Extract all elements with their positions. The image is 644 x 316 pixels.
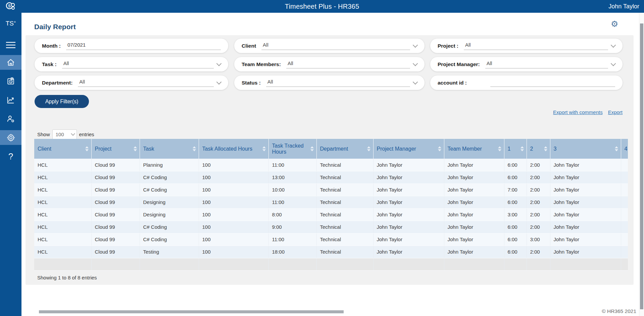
chevron-down-icon xyxy=(216,80,222,85)
user-menu[interactable]: John Taylor xyxy=(608,0,639,13)
cell-project-manager: John Taylor xyxy=(373,221,444,233)
cell-day-4 xyxy=(621,208,628,221)
month-input[interactable]: 07/2021 xyxy=(66,42,221,50)
status-select[interactable]: All xyxy=(266,79,410,87)
show-entries-row: Show 100 entries xyxy=(34,125,628,139)
app-title: Timesheet Plus - HR365 xyxy=(0,0,644,13)
column-header[interactable]: Team Member xyxy=(444,139,504,159)
column-header-label: Team Member xyxy=(448,146,482,152)
cell-task-tracked-hours: 11:00 xyxy=(268,159,316,171)
task-select[interactable]: All xyxy=(62,60,214,68)
sidebar-item-timesheet[interactable] xyxy=(0,74,21,89)
cell-day-4 xyxy=(621,183,628,196)
cell-day-3: John Taylor xyxy=(550,183,621,196)
column-header[interactable]: Project xyxy=(91,139,140,159)
sidebar-item-team[interactable] xyxy=(0,111,21,126)
team-members-select[interactable]: All xyxy=(286,60,410,68)
column-header[interactable]: Task Tracked Hours xyxy=(268,139,316,159)
sidebar-item-reports[interactable] xyxy=(0,93,21,107)
sort-arrows-icon xyxy=(498,146,501,151)
cell-team-member: John Taylor xyxy=(444,233,504,246)
page-settings-gear-icon[interactable]: ⚙ xyxy=(609,19,620,29)
cell-department: Technical xyxy=(316,183,373,196)
cell-project: Cloud 99 xyxy=(91,171,140,183)
table-row: HCL Cloud 99 C# Coding 100 10:00 Technic… xyxy=(34,183,628,196)
filter-card-client: Client All xyxy=(234,39,425,53)
cell-client: HCL xyxy=(34,196,91,208)
column-header[interactable]: 2 xyxy=(527,139,550,159)
cell-task: C# Coding xyxy=(140,233,199,246)
client-label: Client xyxy=(242,43,256,49)
column-header[interactable]: Department xyxy=(316,139,373,159)
cell-department: Technical xyxy=(316,246,373,258)
table-header-row: Client Project Task Task Allocated Hou xyxy=(34,139,628,159)
cell-task-allocated-hours: 100 xyxy=(199,159,268,171)
client-select[interactable]: All xyxy=(261,42,410,50)
cell-task: C# Coding xyxy=(140,183,199,196)
export-link[interactable]: Export xyxy=(608,109,623,115)
vertical-scrollbar-track xyxy=(639,13,644,316)
account-id-label: account id : xyxy=(438,80,467,86)
cell-task-allocated-hours: 100 xyxy=(199,171,268,183)
cell-day-4 xyxy=(621,196,628,208)
table-row: HCL Cloud 99 Testing 100 18:00 Technical… xyxy=(34,246,628,258)
horizontal-scrollbar-thumb[interactable] xyxy=(39,310,344,313)
project-manager-select[interactable]: All xyxy=(485,60,608,68)
column-header[interactable]: 4 xyxy=(621,139,628,159)
chevron-down-icon xyxy=(413,80,418,85)
cell-task-tracked-hours: 13:00 xyxy=(268,171,316,183)
sort-arrows-icon xyxy=(521,146,524,151)
gear-icon xyxy=(6,133,15,142)
cell-task-tracked-hours: 9:00 xyxy=(268,221,316,233)
column-header[interactable]: Task xyxy=(140,139,199,159)
column-header[interactable]: Task Allocated Hours xyxy=(199,139,268,159)
apply-filters-button[interactable]: Apply Filter(s) xyxy=(35,95,89,108)
cell-task: C# Coding xyxy=(140,171,199,183)
app: S Timesheet Plus - HR365 John Taylor TS+ xyxy=(0,0,644,316)
column-header-label: Project Manager xyxy=(377,146,416,152)
sort-arrows-icon xyxy=(367,146,370,151)
cell-project-manager: John Taylor xyxy=(373,196,444,208)
sidebar-item-home[interactable] xyxy=(0,55,21,70)
sidebar-item-menu[interactable] xyxy=(0,38,21,52)
column-header-label: Project xyxy=(95,146,112,152)
column-header[interactable]: 3 xyxy=(550,139,621,159)
cell-day-3: John Taylor xyxy=(550,171,621,183)
filter-card-project: Project : All xyxy=(430,39,623,53)
page-size-value: 100 xyxy=(56,131,64,137)
cell-task-allocated-hours: 100 xyxy=(199,233,268,246)
cell-project-manager: John Taylor xyxy=(373,183,444,196)
cell-day-2: 2:00 xyxy=(527,171,550,183)
cell-task: Planning xyxy=(140,159,199,171)
chevron-down-icon xyxy=(611,43,616,48)
cell-day-2: 2:00 xyxy=(527,246,550,258)
cell-day-1: 3:00 xyxy=(504,208,527,221)
vertical-scrollbar-thumb[interactable] xyxy=(640,23,643,309)
cell-task: Designing xyxy=(140,208,199,221)
filter-card-status: Status : All xyxy=(234,75,425,90)
cell-day-3: John Taylor xyxy=(550,159,621,171)
ts-plus-logo: TS+ xyxy=(0,17,21,28)
cell-project-manager: John Taylor xyxy=(373,208,444,221)
project-select[interactable]: All xyxy=(464,42,608,50)
question-icon: ? xyxy=(8,151,13,162)
filter-card-department: Department: All xyxy=(35,75,228,90)
cell-project: Cloud 99 xyxy=(91,233,140,246)
cell-client: HCL xyxy=(34,159,91,171)
column-header[interactable]: Project Manager xyxy=(373,139,444,159)
cell-task-tracked-hours: 11:00 xyxy=(268,233,316,246)
page-size-select[interactable]: 100 xyxy=(52,129,77,139)
column-header-label: Client xyxy=(38,146,51,152)
column-header[interactable]: 1 xyxy=(504,139,527,159)
column-header[interactable]: Client xyxy=(34,139,91,159)
cell-day-1: 6:00 xyxy=(504,233,527,246)
sidebar-item-help[interactable]: ? xyxy=(0,149,21,164)
sidebar-item-settings[interactable] xyxy=(0,130,21,145)
report-panel: Month : 07/2021 Client All Project : All… xyxy=(26,35,634,285)
cell-task: Testing xyxy=(140,246,199,258)
department-select[interactable]: All xyxy=(78,79,214,87)
export-with-comments-link[interactable]: Export with comments xyxy=(553,109,603,115)
column-header-label: Department xyxy=(320,146,348,152)
filter-card-month: Month : 07/2021 xyxy=(35,39,228,53)
account-id-input[interactable] xyxy=(490,79,615,87)
